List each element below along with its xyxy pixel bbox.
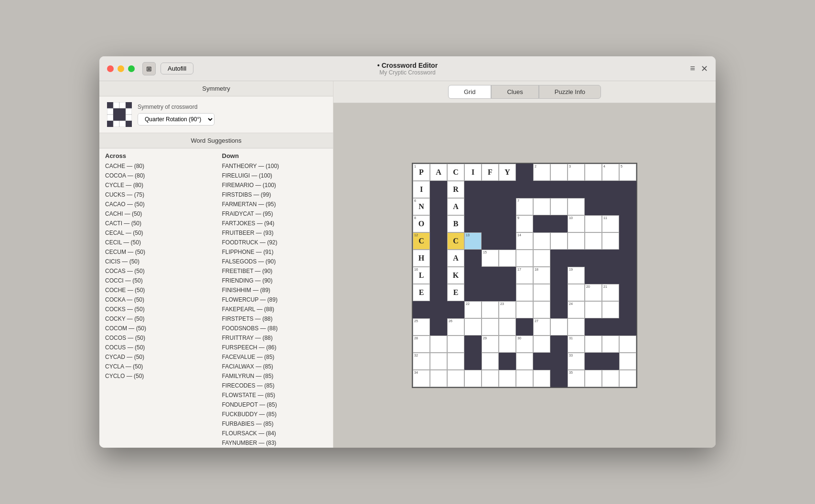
tab-clues[interactable]: Clues bbox=[491, 85, 538, 99]
suggestion-item-across[interactable]: CECUM — (50) bbox=[99, 247, 216, 257]
grid-cell[interactable] bbox=[550, 232, 568, 250]
grid-cell[interactable]: 10 bbox=[568, 215, 585, 232]
suggestion-item-down[interactable]: FREETIBET — (90) bbox=[216, 266, 333, 276]
grid-cell[interactable]: 16L bbox=[413, 267, 430, 284]
grid-cell[interactable]: H bbox=[413, 250, 430, 267]
suggestion-item-down[interactable]: FONDUEPOT — (85) bbox=[216, 400, 333, 410]
suggestion-item-across[interactable]: COCOM — (50) bbox=[99, 324, 216, 333]
symmetry-dropdown[interactable]: Quarter Rotation (90°) Half Rotation (18… bbox=[138, 113, 214, 126]
grid-cell[interactable] bbox=[585, 301, 602, 318]
suggestion-item-across[interactable]: COCKA — (50) bbox=[99, 295, 216, 304]
suggestion-item-across[interactable]: COCKY — (50) bbox=[99, 314, 216, 324]
suggestion-item-across[interactable]: COCKS — (50) bbox=[99, 304, 216, 314]
grid-cell[interactable] bbox=[430, 370, 447, 387]
suggestion-item-down[interactable]: FLOURSACK — (84) bbox=[216, 429, 333, 438]
suggestion-item-across[interactable]: COCOS — (50) bbox=[99, 333, 216, 343]
suggestion-item-across[interactable]: CACAO — (50) bbox=[99, 200, 216, 209]
grid-cell[interactable] bbox=[602, 301, 619, 318]
grid-cell[interactable] bbox=[499, 318, 516, 336]
grid-cell[interactable]: 5 bbox=[619, 164, 636, 181]
grid-cell[interactable] bbox=[585, 215, 602, 232]
grid-cell[interactable]: 3 bbox=[568, 164, 585, 181]
suggestion-item-across[interactable]: CICIS — (50) bbox=[99, 257, 216, 266]
grid-cell[interactable] bbox=[447, 336, 464, 353]
grid-cell[interactable] bbox=[568, 284, 585, 301]
grid-cell[interactable]: 23 bbox=[499, 301, 516, 318]
grid-cell[interactable] bbox=[602, 370, 619, 387]
grid-cell[interactable]: 12C bbox=[413, 232, 430, 250]
suggestion-item-down[interactable]: FLOWSTATE — (85) bbox=[216, 390, 333, 400]
grid-cell[interactable] bbox=[464, 318, 482, 336]
grid-cell[interactable] bbox=[516, 301, 533, 318]
grid-cell[interactable] bbox=[533, 284, 550, 301]
grid-cell[interactable]: 4 bbox=[602, 164, 619, 181]
grid-cell[interactable] bbox=[533, 198, 550, 215]
suggestion-item-down[interactable]: FLIPPHONE — (91) bbox=[216, 247, 333, 257]
suggestion-item-across[interactable]: CUCKS — (75) bbox=[99, 190, 216, 200]
suggestion-item-down[interactable]: FLOWERCUP — (89) bbox=[216, 295, 333, 304]
grid-cell[interactable]: Y bbox=[499, 164, 516, 181]
suggestion-item-down[interactable]: FURBABIES — (85) bbox=[216, 419, 333, 429]
grid-cell[interactable] bbox=[482, 301, 499, 318]
grid-cell[interactable]: 30 bbox=[516, 336, 533, 353]
suggestion-item-across[interactable]: CYCLA — (50) bbox=[99, 362, 216, 371]
suggestion-item-across[interactable]: COCUS — (50) bbox=[99, 343, 216, 352]
suggestion-item-down[interactable]: FARTJOKES — (94) bbox=[216, 219, 333, 228]
suggestion-item-down[interactable]: FAKEPEARL — (88) bbox=[216, 304, 333, 314]
grid-cell[interactable]: 28 bbox=[413, 336, 430, 353]
suggestion-item-across[interactable]: COCHE — (50) bbox=[99, 285, 216, 295]
grid-cell[interactable] bbox=[602, 232, 619, 250]
grid-cell[interactable]: 8O bbox=[413, 215, 430, 232]
grid-cell[interactable]: A bbox=[430, 164, 447, 181]
grid-cell[interactable]: 9 bbox=[516, 215, 533, 232]
grid-cell[interactable] bbox=[447, 370, 464, 387]
grid-cell[interactable]: 25 bbox=[413, 318, 430, 336]
suggestion-item-down[interactable]: FIREMARIO — (100) bbox=[216, 180, 333, 190]
suggestion-item-down[interactable]: FRAIDYCAT — (95) bbox=[216, 209, 333, 219]
grid-cell[interactable]: 21 bbox=[602, 284, 619, 301]
grid-cell[interactable]: C bbox=[447, 232, 464, 250]
grid-cell[interactable]: 13 bbox=[464, 232, 482, 250]
grid-cell[interactable]: A bbox=[447, 250, 464, 267]
suggestion-item-down[interactable]: FRIENDING — (90) bbox=[216, 276, 333, 285]
grid-cell[interactable] bbox=[499, 336, 516, 353]
grid-cell[interactable] bbox=[533, 250, 550, 267]
grid-cell[interactable] bbox=[430, 353, 447, 370]
grid-cell[interactable] bbox=[516, 284, 533, 301]
grid-cell[interactable] bbox=[550, 318, 568, 336]
suggestion-item-down[interactable]: FOODTRUCK — (92) bbox=[216, 238, 333, 247]
suggestion-item-down[interactable]: FAYNUMBER — (83) bbox=[216, 438, 333, 448]
suggestion-item-down[interactable]: FANTHEORY — (100) bbox=[216, 161, 333, 171]
grid-cell[interactable]: A bbox=[447, 198, 464, 215]
sidebar-toggle-button[interactable]: ⊞ bbox=[142, 62, 156, 75]
grid-cell[interactable]: 11 bbox=[602, 215, 619, 232]
suggestion-item-down[interactable]: FUCKBUDDY — (85) bbox=[216, 410, 333, 419]
grid-cell[interactable]: 35 bbox=[568, 370, 585, 387]
grid-cell[interactable]: F bbox=[482, 164, 499, 181]
suggestion-item-down[interactable]: FIRELUIGI — (100) bbox=[216, 171, 333, 180]
grid-cell[interactable] bbox=[585, 336, 602, 353]
grid-cell[interactable] bbox=[499, 370, 516, 387]
grid-cell[interactable]: K bbox=[447, 267, 464, 284]
suggestion-item-across[interactable]: CACHI — (50) bbox=[99, 209, 216, 219]
grid-cell[interactable] bbox=[447, 353, 464, 370]
autofill-button[interactable]: Autofill bbox=[161, 63, 193, 74]
grid-cell[interactable]: C bbox=[447, 164, 464, 181]
close-icon[interactable]: ✕ bbox=[701, 63, 708, 74]
grid-cell[interactable] bbox=[568, 318, 585, 336]
grid-cell[interactable] bbox=[550, 198, 568, 215]
minimize-window-button[interactable] bbox=[118, 65, 124, 72]
grid-cell[interactable]: 2 bbox=[533, 164, 550, 181]
grid-cell[interactable]: I bbox=[464, 164, 482, 181]
grid-cell[interactable]: 18 bbox=[533, 267, 550, 284]
grid-cell[interactable] bbox=[482, 318, 499, 336]
grid-cell[interactable] bbox=[585, 232, 602, 250]
grid-cell[interactable]: 24 bbox=[568, 301, 585, 318]
grid-cell[interactable]: R bbox=[447, 181, 464, 198]
grid-cell[interactable] bbox=[499, 250, 516, 267]
grid-cell[interactable]: 26 bbox=[447, 318, 464, 336]
suggestion-item-down[interactable]: FOODSNOBS — (88) bbox=[216, 324, 333, 333]
tab-puzzle-info[interactable]: Puzzle Info bbox=[539, 85, 601, 99]
suggestion-item-down[interactable]: FRUITTRAY — (88) bbox=[216, 333, 333, 343]
grid-cell[interactable] bbox=[568, 198, 585, 215]
